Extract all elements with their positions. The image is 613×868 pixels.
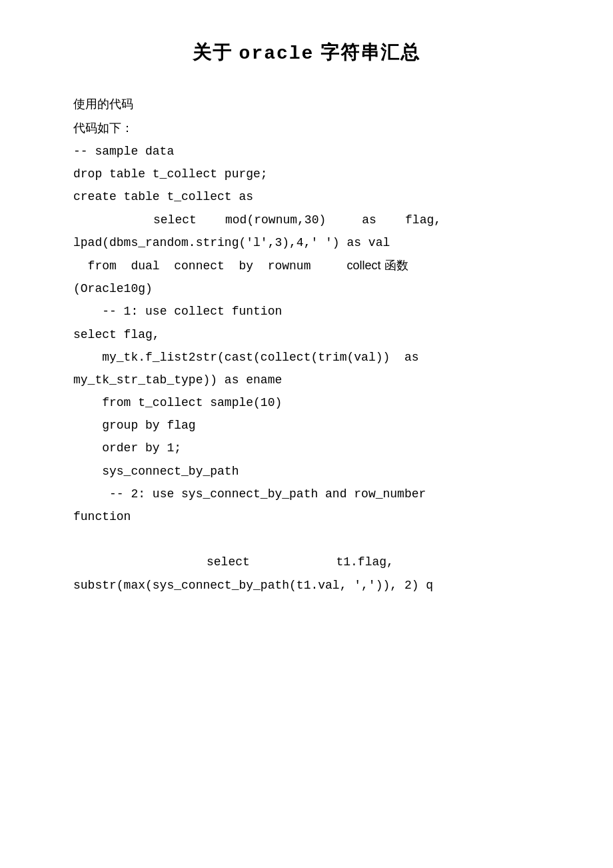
code-line-12: group by flag [73,414,580,437]
code-line-7: -- 1: use collect funtion [73,300,580,323]
page-container: 关于 oracle 字符串汇总 使用的代码 代码如下： -- sample da… [33,40,580,597]
code-line-2: drop table t_collect purge; [73,163,580,185]
code-line-14: sys_connect_by_path [73,460,580,483]
code-line-13: order by 1; [73,437,580,459]
title-prefix: 关于 [193,42,239,63]
code-line-16: function [73,505,580,528]
code-block: -- sample data drop table t_collect purg… [73,140,580,597]
code-line-18: select t1.flag, [73,551,580,573]
code-line-19: substr(max(sys_connect_by_path(t1.val, '… [73,574,580,597]
code-line-17 [73,528,580,551]
code-line-9: my_tk.f_list2str(cast(collect(trim(val))… [73,346,580,369]
page-title: 关于 oracle 字符串汇总 [33,40,580,65]
code-line-5: lpad(dbms_random.string('l',3),4,' ') as… [73,231,580,254]
content-area: 使用的代码 代码如下： -- sample data drop table t_… [33,92,580,597]
code-line-3: create table t_collect as [73,185,580,208]
code-line-15: -- 2: use sys_connect_by_path and row_nu… [73,483,580,505]
title-oracle: oracle [239,43,314,64]
code-line-6b: (Oracle10g) [73,277,580,300]
label-code: 代码如下： [73,116,580,140]
code-line-8: select flag, [73,323,580,346]
code-line-10: my_tk_str_tab_type)) as ename [73,369,580,391]
title-suffix: 字符串汇总 [314,42,420,63]
code-line-6: from dual connect by rownum collect 函数 [73,254,580,277]
code-line-4: select mod(rownum,30) as flag, [73,209,580,231]
code-line-11: from t_collect sample(10) [73,391,580,414]
code-line-1: -- sample data [73,140,580,163]
label-intro: 使用的代码 [73,92,580,116]
